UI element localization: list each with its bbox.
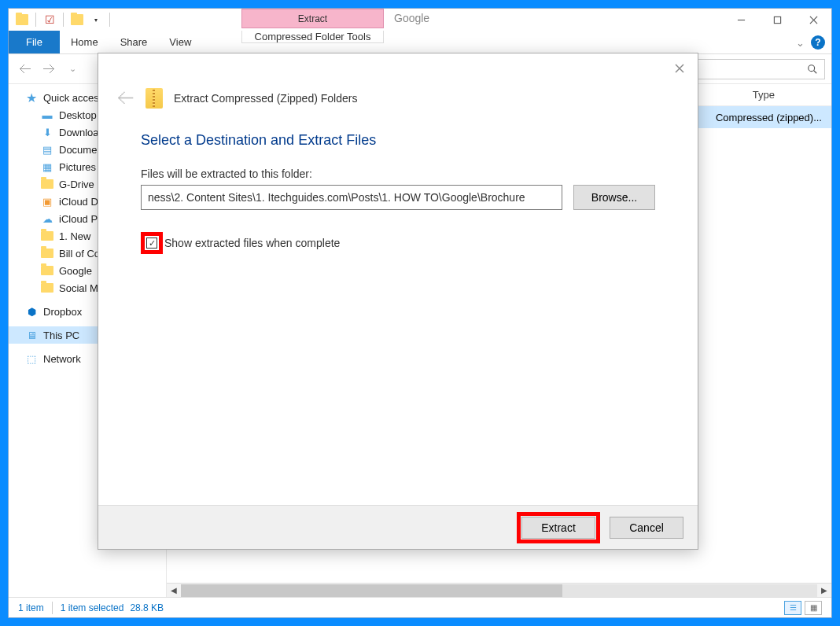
horizontal-scrollbar[interactable]: ◀ ▶ [167,583,831,597]
folder-icon [40,264,54,277]
dialog-footer: Extract Cancel [98,505,698,549]
status-selected: 1 item selected [61,602,124,613]
tab-file[interactable]: File [9,31,60,53]
scroll-thumb[interactable] [181,584,562,597]
dialog-path-row: Browse... [141,185,655,210]
contextual-tab-label: Extract [241,9,384,28]
sidebar-item-label: Desktop [59,109,97,121]
tab-view[interactable]: View [158,31,202,53]
sidebar-item-label: Quick access [43,92,104,104]
browse-button[interactable]: Browse... [573,185,655,210]
sidebar-item-label: Google [59,265,92,277]
titlebar: ☑ ▾ Extract Google [9,9,831,31]
cloud-icon: ☁ [40,212,54,225]
app-icon [13,12,31,28]
details-view-icon[interactable]: ☰ [784,601,801,615]
dropbox-icon: ⬢ [24,305,39,318]
dialog-header-title: Extract Compressed (Zipped) Folders [174,92,357,105]
divider [35,13,36,27]
window-title: Google [394,12,429,24]
folder-icon [40,282,54,294]
dialog-heading: Select a Destination and Extract Files [141,132,655,149]
ribbon-collapse-icon[interactable]: ⌄ [796,37,805,49]
sidebar-item-label: 1. New [59,230,90,242]
dialog-header: 🡠 Extract Compressed (Zipped) Folders [98,83,698,120]
documents-icon: ▤ [40,143,54,156]
new-folder-icon[interactable] [68,12,86,28]
network-icon: ⬚ [24,352,39,365]
sidebar-item-label: Network [43,353,81,365]
minimize-button[interactable] [723,9,759,31]
cancel-button[interactable]: Cancel [610,517,683,539]
folder-icon [40,178,54,190]
tab-share[interactable]: Share [109,31,159,53]
dialog-back-icon[interactable]: 🡠 [117,88,134,109]
show-files-checkbox[interactable]: ✓ [146,238,157,249]
show-files-checkbox-row: ✓ Show extracted files when complete [141,232,655,254]
status-item-count: 1 item [18,602,44,613]
sidebar-item-label: This PC [43,330,79,341]
explorer-window: ☑ ▾ Extract Google File Home Share View … [8,8,832,618]
sidebar-item-label: Pictures [59,161,96,173]
divider [109,13,110,27]
sidebar-item-label: G-Drive [59,179,94,190]
quick-access-toolbar: ☑ ▾ [9,12,118,28]
extract-dialog: 🡠 Extract Compressed (Zipped) Folders Se… [98,53,698,550]
this-pc-icon: 🖥 [24,329,39,341]
thumbnails-view-icon[interactable]: ▦ [805,601,822,615]
extract-button[interactable]: Extract [521,517,595,539]
dialog-folder-label: Files will be extracted to this folder: [141,168,655,180]
view-mode-switcher: ☰ ▦ [784,601,822,615]
svg-point-4 [809,64,815,71]
nav-back-icon[interactable]: 🡠 [15,59,35,79]
show-files-checkbox-label[interactable]: Show extracted files when complete [164,237,340,249]
close-button[interactable] [795,9,831,31]
divider [63,13,64,27]
sidebar-item-label: Dropbox [43,306,82,318]
destination-path-input[interactable] [141,185,562,210]
scroll-left-icon[interactable]: ◀ [167,584,181,598]
star-icon: ★ [24,91,39,104]
scroll-track[interactable] [181,584,817,597]
qat-dropdown-icon[interactable]: ▾ [87,12,105,28]
tab-compressed-tools[interactable]: Compressed Folder Tools [241,31,384,43]
svg-rect-1 [774,17,780,23]
pictures-icon: ▦ [40,160,54,173]
highlight-box: Extract [517,512,600,543]
window-controls [723,9,831,31]
nav-history-dropdown-icon[interactable]: ⌄ [62,59,83,79]
nav-forward-icon[interactable]: 🡢 [39,59,59,79]
zip-folder-icon [146,88,163,109]
tab-home[interactable]: Home [60,31,109,53]
maximize-button[interactable] [759,9,795,31]
properties-icon[interactable]: ☑ [41,12,58,28]
ribbon-tabs: File Home Share View Compressed Folder T… [9,31,831,54]
dialog-close-button[interactable] [669,58,690,79]
help-icon[interactable]: ? [811,35,825,50]
svg-line-5 [814,70,817,73]
search-icon [807,64,818,75]
folder-icon [40,247,54,260]
dialog-body: Select a Destination and Extract Files F… [98,120,698,505]
highlight-box: ✓ [141,232,163,254]
icloud-icon: ▣ [40,195,54,208]
dialog-titlebar [98,53,698,83]
divider [52,602,53,614]
desktop-icon: ▬ [40,109,54,121]
download-icon: ⬇ [40,126,54,138]
search-input[interactable] [693,59,825,79]
status-size: 28.8 KB [130,602,164,613]
status-bar: 1 item 1 item selected 28.8 KB ☰ ▦ [9,597,831,617]
scroll-right-icon[interactable]: ▶ [817,584,831,598]
folder-icon [40,230,54,242]
